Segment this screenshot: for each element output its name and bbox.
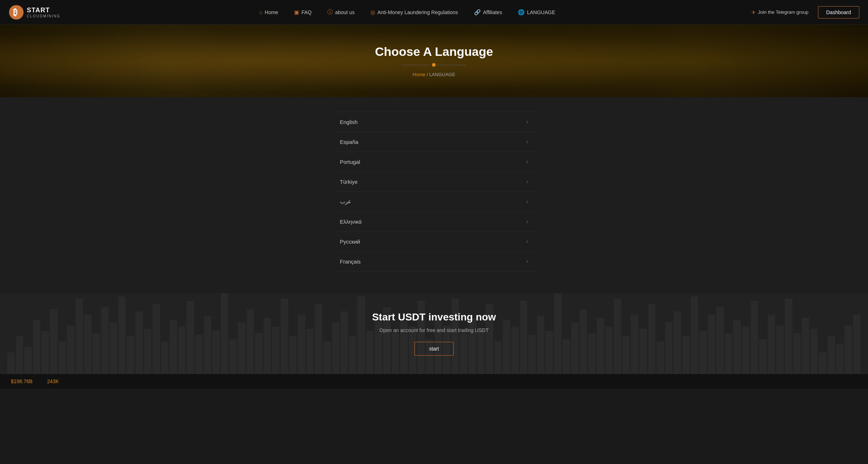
nav-home-label: Home [265, 9, 278, 15]
aml-icon: ◎ [370, 9, 375, 16]
lang-name: عرب [340, 198, 351, 205]
lang-item[interactable]: عرب › [333, 192, 536, 212]
nav-right: ✈ Join the Telegram group Dashboard [748, 6, 859, 18]
ticker-bar: $198.76B 243K [0, 374, 868, 389]
hero-divider [375, 63, 493, 67]
ticker-item-1: $198.76B [11, 378, 33, 384]
chevron-right-icon: › [526, 218, 528, 225]
divider-line-right [437, 65, 466, 65]
nav-language[interactable]: 🌐 LANGUAGE [510, 9, 563, 16]
footer-banner: Start USDT investing now Open an account… [0, 293, 868, 374]
lang-item[interactable]: Portugal › [333, 152, 536, 172]
lang-name: Ελληνικά [340, 219, 362, 225]
nav-affiliates-label: Affiliates [483, 9, 502, 15]
language-section: English › España › Portugal › Türkiye › … [0, 97, 868, 293]
language-list: English › España › Portugal › Türkiye › … [333, 112, 536, 272]
svg-text:₿: ₿ [13, 7, 17, 17]
ticker-item-2: 243K [47, 378, 59, 384]
chevron-right-icon: › [526, 238, 528, 245]
hero-content: Choose A Language Home / LANGUAGE [375, 45, 493, 77]
bitcoin-icon: ₿ [9, 5, 24, 20]
lang-item[interactable]: Français › [333, 252, 536, 272]
telegram-link[interactable]: ✈ Join the Telegram group [748, 7, 812, 17]
telegram-label: Join the Telegram group [758, 9, 808, 15]
logo-cloud: CLOUDMINING [27, 14, 60, 18]
navbar: ₿ START CLOUDMINING ⌂ Home ▣ FAQ ⓘ about… [0, 0, 868, 25]
logo[interactable]: ₿ START CLOUDMINING [9, 5, 67, 20]
affiliates-icon: 🔗 [474, 9, 481, 16]
logo-start: START [27, 7, 60, 14]
nav-about-label: about us [335, 9, 355, 15]
lang-name: Русский [340, 239, 360, 245]
nav-faq-label: FAQ [301, 9, 311, 15]
lang-name: Türkiye [340, 179, 358, 185]
chevron-right-icon: › [526, 138, 528, 145]
chevron-right-icon: › [526, 158, 528, 165]
home-icon: ⌂ [259, 9, 263, 15]
breadcrumb: Home / LANGUAGE [375, 72, 493, 77]
nav-links: ⌂ Home ▣ FAQ ⓘ about us ◎ Anti-Money Lau… [67, 9, 748, 16]
chevron-right-icon: › [526, 119, 528, 125]
lang-item[interactable]: Русский › [333, 232, 536, 252]
lang-item[interactable]: España › [333, 132, 536, 152]
breadcrumb-home[interactable]: Home [413, 72, 425, 77]
lang-item[interactable]: Ελληνικά › [333, 212, 536, 232]
breadcrumb-current: LANGUAGE [429, 72, 455, 77]
language-icon: 🌐 [518, 9, 525, 16]
chevron-right-icon: › [526, 258, 528, 265]
nav-about[interactable]: ⓘ about us [319, 9, 362, 16]
telegram-icon: ✈ [751, 9, 756, 15]
faq-icon: ▣ [294, 9, 299, 16]
dashboard-button[interactable]: Dashboard [818, 6, 860, 18]
hero-title: Choose A Language [375, 45, 493, 59]
lang-name: España [340, 139, 358, 145]
nav-language-label: LANGUAGE [527, 9, 555, 15]
divider-line-left [402, 65, 431, 65]
start-button[interactable]: start [414, 342, 454, 356]
divider-dot [432, 63, 436, 67]
hero-section: Choose A Language Home / LANGUAGE [0, 25, 868, 97]
chevron-right-icon: › [526, 178, 528, 185]
nav-affiliates[interactable]: 🔗 Affiliates [466, 9, 510, 16]
footer-title: Start USDT investing now [7, 311, 861, 323]
nav-aml-label: Anti-Money Laundering Regulations [377, 9, 458, 15]
language-list-container: English › España › Portugal › Türkiye › … [326, 112, 543, 272]
lang-item[interactable]: English › [333, 112, 536, 132]
lang-name: Français [340, 258, 361, 265]
nav-faq[interactable]: ▣ FAQ [286, 9, 319, 16]
lang-name: Portugal [340, 159, 360, 165]
lang-item[interactable]: Türkiye › [333, 172, 536, 192]
chevron-right-icon: › [526, 198, 528, 205]
footer-content: Start USDT investing now Open an account… [7, 311, 861, 356]
about-icon: ⓘ [327, 9, 333, 16]
lang-name: English [340, 119, 358, 125]
nav-aml[interactable]: ◎ Anti-Money Laundering Regulations [362, 9, 466, 16]
nav-home[interactable]: ⌂ Home [251, 9, 286, 15]
footer-subtitle: Open an account for free and start tradi… [7, 327, 861, 333]
